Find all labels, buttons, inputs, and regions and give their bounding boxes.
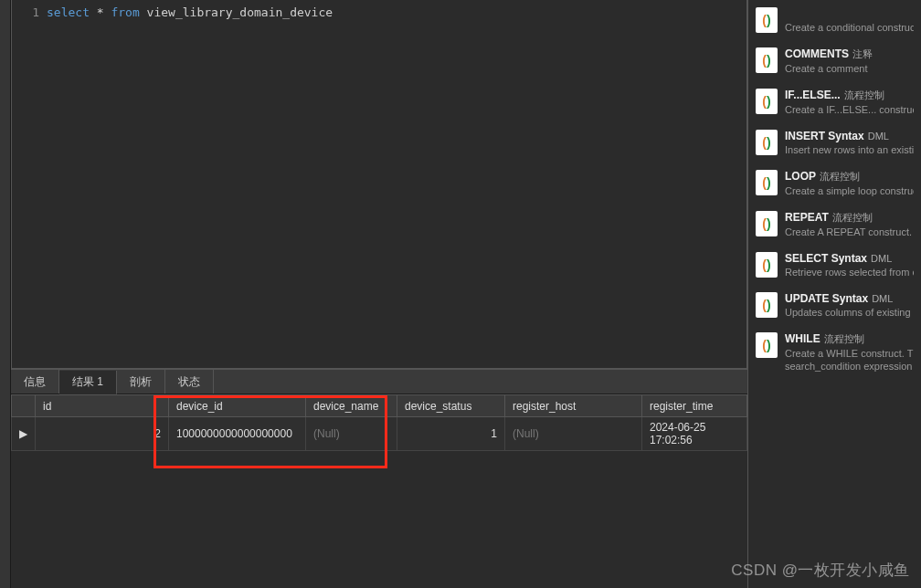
editor-left-margin: [0, 0, 11, 588]
result-grid[interactable]: id device_id device_name device_status r…: [11, 394, 747, 451]
col-register-host[interactable]: register_host: [505, 395, 642, 417]
snippet-title: REPEAT流程控制: [785, 211, 914, 225]
col-device-name[interactable]: device_name: [306, 395, 397, 417]
snippet-icon: (): [756, 7, 778, 33]
line-number-gutter: 1: [12, 0, 47, 368]
snippet-desc: Create a simple loop construct: [785, 185, 914, 196]
snippet-title: UPDATE SyntaxDML: [785, 292, 914, 305]
col-register-time[interactable]: register_time: [642, 395, 747, 417]
snippet-title: LOOP流程控制: [785, 170, 914, 184]
snippet-title: IF...ELSE...流程控制: [785, 89, 914, 102]
cell-device-name[interactable]: (Null): [306, 417, 397, 451]
cell-device-id[interactable]: 1000000000000000000: [169, 417, 306, 451]
snippet-item[interactable]: () LOOP流程控制Create a simple loop construc…: [748, 163, 921, 204]
snippet-item[interactable]: () Create a conditional construct: [748, 0, 921, 40]
snippet-title: INSERT SyntaxDML: [785, 130, 914, 142]
col-id[interactable]: id: [36, 395, 169, 417]
snippet-desc: Create a IF...ELSE... construct: [785, 104, 914, 115]
snippet-icon: (): [756, 47, 778, 73]
cell-register-time[interactable]: 2024-06-25 17:02:56: [642, 417, 747, 451]
snippet-icon: (): [756, 292, 778, 318]
tab-info[interactable]: 信息: [11, 370, 59, 394]
sql-code[interactable]: select * from view_library_domain_device: [47, 0, 746, 368]
snippets-panel: () Create a conditional construct () COM…: [747, 0, 921, 588]
snippet-desc: Updates columns of existing row: [785, 307, 914, 318]
grid-corner: [12, 395, 36, 417]
snippet-desc-2: search_condition expression is tru: [785, 361, 914, 372]
snippet-title: WHILE流程控制: [785, 332, 914, 346]
cell-id[interactable]: 2: [36, 417, 169, 451]
col-device-status[interactable]: device_status: [397, 395, 505, 417]
snippet-item[interactable]: () IF...ELSE...流程控制Create a IF...ELSE...…: [748, 81, 921, 122]
table-row[interactable]: ▶ 2 1000000000000000000 (Null) 1 (Null) …: [12, 417, 747, 451]
snippet-icon: (): [756, 170, 778, 195]
result-tabbar: 信息 结果 1 剖析 状态: [11, 369, 747, 394]
snippet-desc: Create a WHILE construct. The sta: [785, 348, 914, 359]
snippet-icon: (): [756, 332, 778, 358]
sql-editor[interactable]: 1 select * from view_library_domain_devi…: [11, 0, 747, 369]
col-device-id[interactable]: device_id: [169, 395, 306, 417]
cell-register-host[interactable]: (Null): [505, 417, 642, 451]
snippet-title: SELECT SyntaxDML: [785, 252, 914, 265]
snippet-item[interactable]: () REPEAT流程控制Create A REPEAT construct. …: [748, 204, 921, 245]
snippet-title: COMMENTS注释: [785, 47, 914, 61]
snippet-item[interactable]: () SELECT SyntaxDMLRetrieve rows selecte…: [748, 245, 921, 285]
snippet-icon: (): [756, 252, 778, 278]
snippet-title: [785, 7, 914, 20]
tab-status[interactable]: 状态: [165, 370, 214, 394]
row-marker: ▶: [12, 417, 36, 451]
snippet-item[interactable]: () INSERT SyntaxDMLInsert new rows into …: [748, 122, 921, 163]
snippet-icon: (): [756, 89, 778, 114]
snippet-item[interactable]: () UPDATE SyntaxDMLUpdates columns of ex…: [748, 285, 921, 325]
cell-device-status[interactable]: 1: [397, 417, 505, 451]
snippet-icon: (): [756, 130, 778, 155]
snippet-desc: Retrieve rows selected from one o: [785, 267, 914, 278]
snippet-item[interactable]: () COMMENTS注释Create a comment: [748, 40, 921, 81]
tab-result-1[interactable]: 结果 1: [59, 371, 117, 394]
snippet-item[interactable]: () WHILE流程控制Create a WHILE construct. Th…: [748, 325, 921, 379]
grid-header-row: id device_id device_name device_status r…: [12, 395, 747, 417]
snippet-desc: Create a conditional construct: [785, 22, 914, 33]
snippet-desc: Insert new rows into an existing t: [785, 144, 914, 155]
snippet-icon: (): [756, 211, 778, 236]
snippet-desc: Create a comment: [785, 63, 914, 74]
snippet-desc: Create A REPEAT construct. The S: [785, 226, 914, 237]
tab-profile[interactable]: 剖析: [117, 370, 165, 394]
